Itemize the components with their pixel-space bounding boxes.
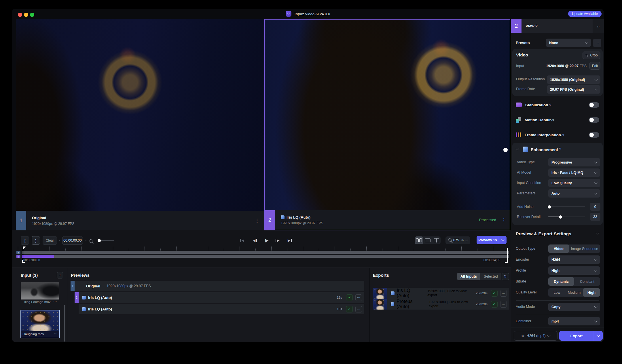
- panel1-label-bar: 1 Original 1920x1080px @ 29.97 FPS ⋮: [16, 211, 264, 230]
- chevron-down-icon: [594, 191, 597, 194]
- next-frame-button[interactable]: ▶: [276, 238, 280, 243]
- clear-trim-button[interactable]: Clear: [43, 236, 57, 245]
- export-row1-more-button[interactable]: ⋯: [500, 290, 507, 297]
- presets-select[interactable]: None: [546, 39, 591, 47]
- add-noise-knob[interactable]: [548, 205, 551, 208]
- container-select[interactable]: mp4: [548, 317, 600, 325]
- input-filename-1[interactable]: ...lling Footage.mov: [22, 300, 50, 304]
- output-type-video[interactable]: Video: [548, 244, 569, 253]
- playhead-flag-icon[interactable]: [23, 247, 26, 249]
- panel2-menu-kebab-icon[interactable]: ⋮: [501, 217, 506, 223]
- preview-row-iris-1[interactable]: 2 Iris LQ (Auto) 15s ✓ ⋯: [75, 292, 364, 303]
- bitrate-constant[interactable]: Constant: [574, 277, 600, 286]
- preview-row2-check-icon[interactable]: ✓: [346, 294, 353, 301]
- preview-row-original[interactable]: 1 Original 1920x1080px @ 29.97 FPS: [71, 281, 364, 291]
- timeline-start-time: 00:00:00;00: [23, 258, 40, 262]
- set-out-point-button[interactable]: ]: [32, 236, 40, 245]
- audio-mode-select[interactable]: Copy: [548, 303, 600, 311]
- video-frame-processed[interactable]: [265, 20, 510, 210]
- edit-input-button[interactable]: Edit: [589, 62, 600, 70]
- preview-row3-check-icon[interactable]: ✓: [346, 306, 353, 312]
- expand-sidebar-icon[interactable]: ↔: [593, 19, 604, 33]
- quality-high[interactable]: High: [583, 288, 600, 297]
- frame-interpolation-toggle[interactable]: [589, 132, 599, 138]
- collapse-chevron-icon[interactable]: [516, 147, 519, 150]
- export-row2-more-button[interactable]: ⋯: [500, 301, 507, 308]
- input1-more-icon[interactable]: ⋯: [53, 299, 57, 304]
- preview-row-iris-2[interactable]: Iris LQ (Auto) 15s ✓ ⋯: [79, 304, 364, 314]
- view-mode-split[interactable]: [432, 236, 441, 244]
- set-in-point-button[interactable]: [: [21, 236, 29, 245]
- divider: [516, 200, 599, 200]
- panel1-menu-kebab-icon[interactable]: ⋮: [255, 218, 259, 224]
- view-mode-single[interactable]: [423, 236, 432, 244]
- add-input-button[interactable]: +: [57, 272, 63, 278]
- preview-row3-title: Iris LQ (Auto): [88, 307, 112, 311]
- video-panel-original[interactable]: 1 Original 1920x1080px @ 29.97 FPS ⋮: [16, 19, 264, 230]
- collapse-chevron-icon[interactable]: [596, 231, 599, 234]
- play-button[interactable]: ▶: [265, 238, 269, 243]
- input-item-selected[interactable]: I laughing.mov ⋯: [20, 310, 60, 338]
- timeline-ruler[interactable]: [18, 247, 509, 251]
- timeline-zoom-knob[interactable]: [98, 239, 101, 242]
- bitrate-dynamic[interactable]: Dynamic: [548, 277, 574, 286]
- ai-model-select[interactable]: Iris - Face / LQ-MQ: [548, 168, 600, 177]
- video-type-select[interactable]: Progressive: [548, 158, 600, 166]
- input-filename-2[interactable]: I laughing.mov: [22, 332, 44, 336]
- motion-deblur-toggle[interactable]: [589, 117, 599, 123]
- exports-filter-all-inputs[interactable]: All Inputs: [457, 273, 480, 280]
- export-row1-check-icon[interactable]: ✓: [491, 290, 498, 297]
- previous-frame-button[interactable]: ◀: [253, 238, 257, 243]
- profile-select[interactable]: High: [548, 266, 600, 275]
- timeline-track2[interactable]: [22, 255, 509, 258]
- timeline-zoom-slider[interactable]: [98, 240, 114, 241]
- preview-row3-more-button[interactable]: ⋯: [355, 306, 362, 312]
- exports-sort-icon[interactable]: ⇅: [502, 273, 509, 280]
- input-thumbnail-laughing[interactable]: [21, 310, 59, 331]
- timeline-track1[interactable]: [22, 251, 509, 254]
- preview-options-chevron[interactable]: [499, 236, 507, 244]
- out-point-marker[interactable]: [505, 248, 508, 263]
- export-button[interactable]: Export: [559, 331, 603, 341]
- recover-detail-knob[interactable]: [559, 215, 562, 219]
- video-panel-processed[interactable]: 2 Iris LQ (Auto) 1920x1080px @ 29.97 FPS…: [264, 19, 510, 230]
- panel1-number-tab: 1: [16, 211, 26, 230]
- update-available-button[interactable]: Update Available: [568, 11, 602, 17]
- export-row-iris[interactable]: Iris LQ (Auto) 1920x1080 | Click to view…: [373, 288, 509, 299]
- skip-to-end-button[interactable]: ▶: [288, 238, 292, 243]
- quality-medium[interactable]: Medium: [566, 288, 583, 297]
- output-type-image-sequence[interactable]: Image Sequence: [569, 244, 600, 253]
- add-noise-slider[interactable]: [548, 206, 585, 207]
- encoder-select[interactable]: H264: [548, 255, 600, 264]
- frame-rate-select[interactable]: 29.97 FPS (Original): [547, 85, 600, 94]
- input-condition-select[interactable]: Low Quality: [548, 179, 600, 187]
- presets-more-button[interactable]: ⋯: [593, 39, 601, 47]
- recover-detail-value[interactable]: 33: [590, 213, 600, 221]
- zoom-out-magnifier-icon[interactable]: [89, 239, 92, 244]
- crop-button[interactable]: Crop: [583, 52, 600, 59]
- preview-row2-more-button[interactable]: ⋯: [355, 294, 362, 301]
- input-thumbnail-street[interactable]: [21, 282, 59, 299]
- recover-detail-slider[interactable]: [548, 217, 585, 217]
- add-noise-value[interactable]: 0: [590, 203, 600, 211]
- output-resolution-select[interactable]: 1920x1080 (Original): [547, 75, 600, 84]
- export-row-proteus[interactable]: Proteus (Auto) 1920x1080 | Click to view…: [373, 299, 509, 310]
- exports-filter-selected[interactable]: Selected: [480, 273, 501, 280]
- input-scrollbar[interactable]: [64, 305, 65, 342]
- preview-button[interactable]: Preview 1s: [477, 236, 507, 244]
- codec-summary-button[interactable]: ⚙ H264 (mp4): [514, 331, 557, 341]
- export-options-chevron[interactable]: [594, 331, 603, 341]
- viewer-zoom-control[interactable]: 675 %: [445, 236, 470, 244]
- quality-low[interactable]: Low: [548, 288, 566, 297]
- view-mode-side-by-side[interactable]: [415, 236, 423, 244]
- input-resolution-value: 1920x1080 @ 29.97 FPS: [512, 64, 587, 68]
- export-row2-meta[interactable]: 1920x1080 | Click to view export: [429, 300, 476, 308]
- timecode-field[interactable]: 00:00:00;00: [62, 236, 83, 245]
- skip-to-start-button[interactable]: ◀: [240, 238, 244, 243]
- input2-more-icon[interactable]: ⋯: [54, 332, 58, 336]
- video-frame-original[interactable]: [16, 19, 264, 211]
- stabilization-toggle[interactable]: [589, 102, 599, 108]
- export-row2-check-icon[interactable]: ✓: [491, 301, 498, 308]
- parameters-select[interactable]: Auto: [548, 189, 600, 198]
- export-row1-meta[interactable]: 1920x1080 | Click to view export: [427, 289, 476, 297]
